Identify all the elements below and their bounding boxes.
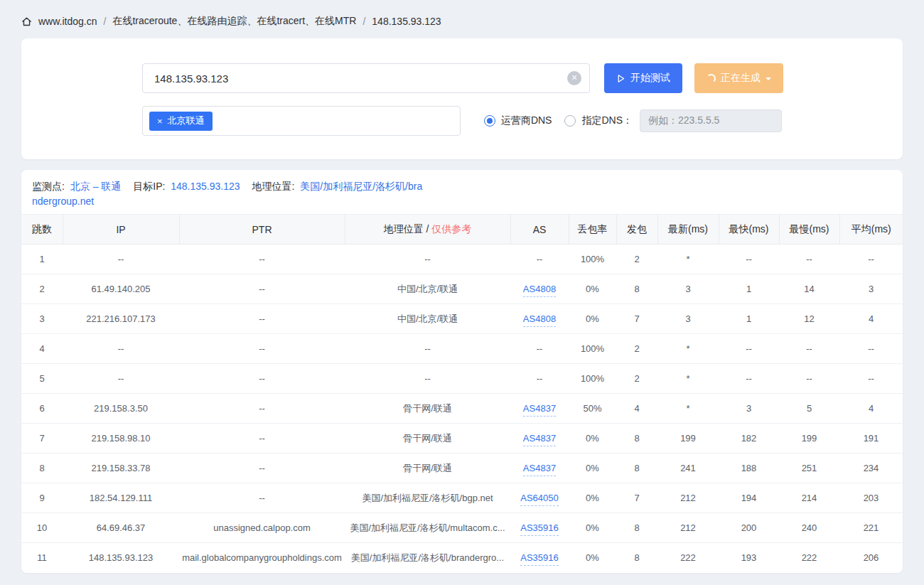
cell-loss: 0% [569,483,616,513]
cell-as: -- [510,334,569,364]
header-sent: 发包 [616,215,657,245]
custom-dns-input[interactable] [640,109,782,132]
cell-hop: 6 [21,394,63,424]
target-input[interactable] [142,63,590,93]
header-latest: 最新(ms) [657,215,719,245]
cell-sent: 2 [616,364,657,394]
cell-avg: 203 [839,483,903,513]
home-icon[interactable] [21,16,32,27]
table-body: 1--------100%2*------261.49.140.205--中国/… [21,245,903,573]
cell-as: AS64050 [510,483,569,513]
cell-hop: 1 [21,245,63,274]
cell-fastest: -- [719,364,779,394]
cell-fastest: -- [719,334,779,364]
cell-latest: * [657,245,719,274]
cell-ip: 64.69.46.37 [63,513,179,543]
cell-geo: 骨干网/联通 [345,453,510,483]
cell-ptr: -- [179,453,345,483]
breadcrumb-section-link[interactable]: 在线traceroute、在线路由追踪、在线tracert、在线MTR [112,15,356,28]
node-select-box[interactable]: × 北京联通 [142,106,461,136]
table-row: 8219.158.33.78--骨干网/联通AS48370%8241188251… [21,453,903,483]
as-link[interactable]: AS64050 [520,493,559,506]
cell-as: AS35916 [510,543,569,573]
monitor-value-link[interactable]: 北京 – 联通 [70,181,122,192]
start-test-label: 开始测试 [630,72,670,85]
as-link[interactable]: AS35916 [520,522,559,536]
table-row: 1064.69.46.37unassigned.calpop.com美国/加利福… [21,513,903,543]
cell-hop: 7 [21,424,63,453]
cell-fastest: 193 [719,543,779,573]
cell-latest: * [657,334,719,364]
cell-latest: * [657,364,719,394]
as-link[interactable]: AS35916 [520,552,559,566]
table-row: 5--------100%2*------ [21,364,903,394]
cell-slowest: -- [779,334,839,364]
cell-loss: 0% [569,424,616,453]
header-as: AS [510,215,569,245]
cell-slowest: 240 [779,513,839,543]
header-geo: 地理位置 / 仅供参考 [345,215,510,245]
header-loss: 丢包率 [569,215,616,245]
radio-carrier-dns[interactable] [484,115,495,127]
cell-ip: -- [63,334,179,364]
table-row: 7219.158.98.10--骨干网/联通AS48370%8199182199… [21,424,903,453]
cell-loss: 100% [569,334,616,364]
cell-geo: 中国/北京/联通 [345,274,510,304]
cell-slowest: 222 [779,543,839,573]
generating-label: 正在生成 [721,72,761,85]
radio-custom-dns[interactable] [564,115,576,127]
breadcrumb-separator: / [362,16,365,27]
cell-geo: -- [345,364,510,394]
cell-hop: 11 [21,543,63,573]
radio-custom-dns-label[interactable]: 指定DNS： [581,114,633,127]
cell-as: -- [510,245,569,274]
breadcrumb: www.itdog.cn / 在线traceroute、在线路由追踪、在线tra… [0,0,924,38]
result-summary: 监测点: 北京 – 联通 目标IP: 148.135.93.123 地理位置: … [21,170,434,214]
cell-latest: 241 [657,453,719,483]
breadcrumb-current: 148.135.93.123 [372,16,441,27]
as-link[interactable]: AS4808 [523,284,556,297]
cell-hop: 5 [21,364,63,394]
geo-reference-note: 仅供参考 [431,223,471,235]
cell-loss: 100% [569,245,616,274]
loading-spinner-icon [707,74,716,83]
cell-avg: 191 [839,424,903,453]
as-link[interactable]: AS4837 [523,433,556,446]
cell-as: AS4837 [510,394,569,424]
cell-as: -- [510,364,569,394]
header-slowest: 最慢(ms) [779,215,839,245]
cell-ptr: -- [179,424,345,453]
cell-ip: 182.54.129.111 [63,483,179,513]
generating-button[interactable]: 正在生成 [694,63,783,93]
cell-latest: * [657,394,719,424]
cell-ip: 61.49.140.205 [63,274,179,304]
cell-latest: 3 [657,274,719,304]
start-test-button[interactable]: 开始测试 [604,63,682,93]
cell-as: AS4837 [510,424,569,453]
as-link[interactable]: AS4837 [523,403,556,417]
traceroute-table: 跳数 IP PTR 地理位置 / 仅供参考 AS 丢包率 发包 最新(ms) 最… [21,214,903,573]
cell-latest: 222 [657,543,719,573]
tag-close-icon[interactable]: × [157,116,163,127]
cell-slowest: 199 [779,424,839,453]
cell-latest: 3 [657,304,719,334]
cell-latest: 199 [657,424,719,453]
breadcrumb-site-link[interactable]: www.itdog.cn [38,16,97,27]
clear-input-icon[interactable]: × [567,71,581,85]
table-header: 跳数 IP PTR 地理位置 / 仅供参考 AS 丢包率 发包 最新(ms) 最… [21,215,903,245]
cell-slowest: 12 [779,304,839,334]
cell-ptr: -- [179,483,345,513]
cell-avg: 3 [839,274,903,304]
radio-carrier-dns-label[interactable]: 运营商DNS [501,114,552,127]
cell-hop: 9 [21,483,63,513]
as-link[interactable]: AS4808 [523,313,556,327]
cell-loss: 100% [569,364,616,394]
cell-latest: 212 [657,483,719,513]
cell-loss: 0% [569,513,616,543]
cell-hop: 8 [21,453,63,483]
cell-fastest: 1 [719,304,779,334]
target-ip-value-link[interactable]: 148.135.93.123 [171,181,240,192]
cell-sent: 7 [616,483,657,513]
cell-geo: 中国/北京/联通 [345,304,510,334]
as-link[interactable]: AS4837 [523,463,556,476]
